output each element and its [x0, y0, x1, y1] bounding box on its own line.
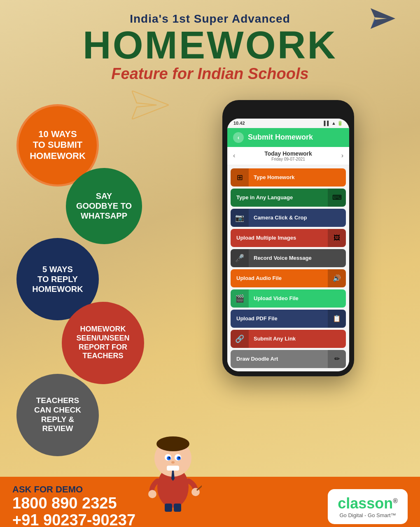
- menu-label-upload-video: Upload Video File: [249, 295, 346, 301]
- menu-item-type-homework[interactable]: ⊞ Type Homework: [231, 168, 346, 187]
- menu-item-upload-images[interactable]: Upload Multiple Images 🖼: [231, 229, 346, 247]
- microphone-icon: 🎤: [231, 249, 249, 267]
- left-bubbles-section: 10 WAYSTO SUBMITHOMEWORK SAYGOODBYE TOWH…: [12, 96, 169, 456]
- svg-point-11: [178, 457, 180, 459]
- logo-on-text: on: [375, 495, 393, 512]
- bubble-say-goodbye: SAYGOODBYE TOWHATSAPP: [66, 168, 142, 244]
- phone-app-header: ‹ Submit Homework: [227, 128, 349, 147]
- menu-label-type-language: Type in Any Language: [231, 194, 328, 201]
- footer-contact: ASK FOR DEMO 1800 890 2325 +91 90237-902…: [12, 484, 135, 527]
- status-time: 10.42: [233, 121, 245, 126]
- menu-label-upload-images: Upload Multiple Images: [231, 235, 328, 241]
- homework-nav: ‹ Today Homework Friday 09-07-2021 ›: [227, 147, 349, 165]
- phone-number-1: 1800 890 2325: [12, 495, 135, 512]
- svg-point-5: [156, 436, 189, 451]
- page-container: India's 1st Super Advanced HOMEWORK Feat…: [0, 0, 420, 527]
- svg-point-10: [168, 457, 170, 459]
- nav-prev-arrow[interactable]: ‹: [233, 152, 235, 159]
- menu-item-type-language[interactable]: Type in Any Language ⌨: [231, 189, 346, 207]
- phone-screen: 10.42 ▌▌ ▲ 🔋 ‹ Submit Homework ‹ Today H…: [227, 119, 349, 371]
- nav-next-arrow[interactable]: ›: [341, 152, 343, 159]
- svg-rect-13: [167, 466, 179, 471]
- phone-menu-list: ⊞ Type Homework Type in Any Language ⌨ 📷…: [227, 165, 349, 371]
- svg-rect-18: [165, 504, 172, 512]
- phone-header-title: Submit Homework: [248, 133, 313, 142]
- menu-item-camera[interactable]: 📷 Camera Click & Crop: [231, 209, 346, 227]
- back-button[interactable]: ‹: [233, 132, 244, 143]
- menu-label-camera: Camera Click & Crop: [249, 215, 346, 221]
- logo-class-text: class: [338, 495, 375, 512]
- header-section: India's 1st Super Advanced HOMEWORK Feat…: [0, 0, 420, 88]
- menu-item-submit-link[interactable]: 🔗 Submit Any Link: [231, 330, 346, 348]
- content-area: 10 WAYSTO SUBMITHOMEWORK SAYGOODBYE TOWH…: [0, 88, 420, 464]
- svg-point-12: [171, 461, 175, 464]
- nav-title-block: Today Homework Friday 09-07-2021: [264, 150, 312, 161]
- phone-status-bar: 10.42 ▌▌ ▲ 🔋: [227, 119, 349, 128]
- menu-label-upload-pdf: Upload PDF File: [231, 315, 328, 322]
- classson-tagline: Go Digital - Go Smart™: [338, 512, 398, 518]
- phone-mockup-wrapper: 10.42 ▌▌ ▲ 🔋 ‹ Submit Homework ‹ Today H…: [169, 96, 408, 456]
- menu-label-submit-link: Submit Any Link: [249, 336, 346, 342]
- menu-item-record-voice[interactable]: 🎤 Record Voice Message: [231, 249, 346, 267]
- type-language-icon: ⌨: [328, 189, 346, 207]
- link-icon: 🔗: [231, 330, 249, 348]
- ask-demo-label: ASK FOR DEMO: [12, 484, 135, 495]
- upload-audio-icon: 🔊: [328, 269, 346, 287]
- footer-section: ASK FOR DEMO 1800 890 2325 +91 90237-902…: [0, 477, 420, 527]
- menu-label-draw-doodle: Draw Doodle Art: [231, 356, 328, 362]
- phone-notch: [261, 105, 315, 117]
- mascot-character: [144, 421, 202, 504]
- bubble-seen-unseen: HOMEWORKSEEN/UNSEENREPORT FORTEACHERS: [62, 302, 144, 384]
- logo-registered: ®: [393, 497, 398, 504]
- menu-label-upload-audio: Upload Audio File: [231, 275, 328, 281]
- svg-point-15: [148, 490, 156, 498]
- menu-item-upload-pdf[interactable]: Upload PDF File 📋: [231, 310, 346, 328]
- phone-mockup: 10.42 ▌▌ ▲ 🔋 ‹ Submit Homework ‹ Today H…: [222, 100, 354, 376]
- video-icon: 🎬: [231, 289, 249, 308]
- menu-item-draw-doodle[interactable]: Draw Doodle Art ✏: [231, 350, 346, 368]
- bubble-teachers-check: TEACHERSCAN CHECKREPLY &REVIEW: [16, 374, 99, 456]
- camera-icon: 📷: [231, 209, 249, 227]
- status-icons: ▌▌ ▲ 🔋: [324, 121, 343, 126]
- menu-label-record-voice: Record Voice Message: [249, 255, 346, 261]
- nav-title-main: Today Homework: [264, 150, 312, 157]
- nav-title-date: Friday 09-07-2021: [264, 157, 312, 161]
- paper-plane-icon: [371, 8, 395, 29]
- menu-label-type-homework: Type Homework: [249, 174, 346, 180]
- classson-logo: classon®: [338, 495, 398, 512]
- draw-doodle-icon: ✏: [328, 350, 346, 368]
- menu-item-upload-audio[interactable]: Upload Audio File 🔊: [231, 269, 346, 287]
- phone-number-2: +91 90237-90237: [12, 512, 135, 527]
- header-main-title: HOMEWORK: [8, 26, 412, 65]
- type-homework-icon: ⊞: [231, 168, 249, 187]
- upload-images-icon: 🖼: [328, 229, 346, 247]
- footer-logo-block: classon® Go Digital - Go Smart™: [328, 489, 408, 524]
- menu-item-upload-video[interactable]: 🎬 Upload Video File: [231, 289, 346, 308]
- svg-rect-19: [174, 504, 181, 512]
- upload-pdf-icon: 📋: [328, 310, 346, 328]
- header-feature-text: Feature for Indian Schools: [8, 65, 412, 84]
